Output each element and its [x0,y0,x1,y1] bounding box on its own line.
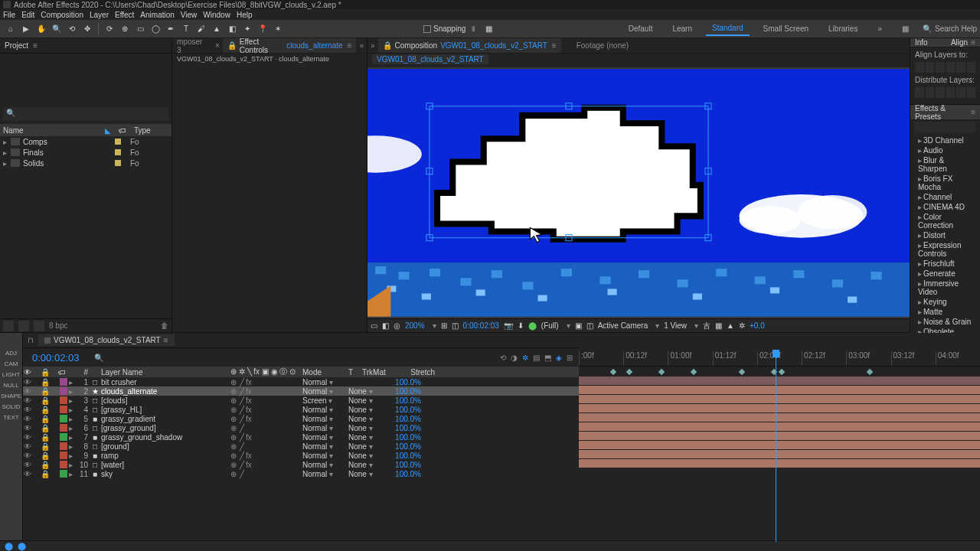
layer-row[interactable]: 👁🔒▸3□[clouds]⊕╱fxScreen ▾None ▾100.0% [23,396,579,405]
effect-category[interactable]: ▸Frischluft [910,259,980,269]
orbit-tool-icon[interactable]: ⟲ [65,22,79,36]
align-bottom-icon[interactable] [967,62,976,73]
project-tab[interactable]: Project [5,41,28,50]
effect-category[interactable]: ▸Generate [910,269,980,279]
workspace-more-icon[interactable]: » [871,22,888,35]
vf-icon13[interactable]: ✲ [739,321,745,330]
workspace-grid-icon[interactable]: ▦ [896,22,915,35]
project-row[interactable]: ▸SolidsFo [0,158,172,168]
effect-category[interactable]: ▸3D Channel [910,135,980,145]
menu-layer[interactable]: Layer [90,11,109,19]
effect-category[interactable]: ▸Boris FX Mocha [910,174,980,192]
workspace-standard[interactable]: Standard [706,21,750,36]
pen-tool-icon[interactable]: ✒ [164,22,178,36]
rail-text[interactable]: TEXT [3,414,18,421]
col-collapse-icon[interactable]: ◣ [105,126,111,135]
camera-tool-icon[interactable]: ✥ [80,22,94,36]
zoom-level[interactable]: 200% [405,321,425,330]
tl-ctrl3-icon[interactable]: ✲ [522,354,528,362]
roto-tool-icon[interactable]: ✦ [240,22,254,36]
col-trkmat[interactable]: TrkMat [362,368,400,377]
col-layer-name[interactable]: Layer Name [100,368,226,377]
align-left-icon[interactable] [915,62,924,73]
effect-category[interactable]: ▸Audio [910,145,980,155]
timeline-tracks-area[interactable]: :00f00:12f01:00f01:12f02:00f02:12f03:00f… [579,333,980,551]
layer-row[interactable]: 👁🔒▸5■grassy_gradient⊕╱fxNormal ▾None ▾10… [23,414,579,423]
ep-menu-icon[interactable]: ≡ [971,108,975,116]
tl-ctrl7-icon[interactable]: ⊞ [567,354,573,362]
project-row[interactable]: ▸FinalsFo [0,147,172,158]
menu-effect[interactable]: Effect [115,11,134,19]
effect-category[interactable]: ▸Color Correction [910,212,980,230]
tl-ctrl5-icon[interactable]: ⬒ [544,354,551,362]
col-label-icon[interactable]: 🏷 [58,368,69,377]
align-top-icon[interactable] [946,62,956,73]
effect-category[interactable]: ▸Distort [910,230,980,240]
layer-row[interactable]: 👁🔒▸8□[ground]⊕╱Normal ▾None ▾100.0% [23,442,579,451]
ec-tab-menu-icon[interactable]: ≡ [348,41,352,50]
layer-row[interactable]: 👁🔒▸4□[grassy_HL]⊕╱fxNormal ▾None ▾100.0% [23,405,579,414]
menu-help[interactable]: Help [237,11,253,19]
sb-icon2[interactable]: ⬤ [18,542,26,550]
vf-icon5[interactable]: ◫ [452,321,459,330]
comp-tab[interactable]: 🔒 Composition VGW01_08_clouds_v2_START ≡ [378,38,561,53]
ellipse-tool-icon[interactable]: ◯ [149,22,162,36]
col-num[interactable]: # [77,368,90,377]
search-help[interactable]: 🔍 Search Help [923,24,977,33]
layer-row[interactable]: 👁🔒▸1□bit crusher⊕╱fxNormal ▾ 100.0% [23,377,579,386]
timeline-ruler[interactable]: :00f00:12f01:00f01:12f02:00f02:12f03:00f… [579,333,980,367]
vf-icon7[interactable]: ⬤ [528,321,537,330]
workspace-default[interactable]: Default [622,22,659,35]
effect-category[interactable]: ▸Immersive Video [910,279,980,297]
brush-tool-icon[interactable]: 🖌 [194,22,208,36]
col-label-icon[interactable]: 🏷 [111,126,134,135]
workspace-libraries[interactable]: Libraries [822,22,864,35]
timeline-tracks[interactable] [579,367,980,551]
selection-tool-icon[interactable]: ▶ [19,22,33,36]
tl-ctrl4-icon[interactable]: ▤ [533,354,540,362]
comp-tab-menu-icon[interactable]: ≡ [552,41,557,50]
menu-edit[interactable]: Edit [21,11,34,19]
layer-row[interactable]: 👁🔒▸7■grassy_ground_shadow⊕╱fxNormal ▾Non… [23,432,579,442]
anchor-tool-icon[interactable]: ⊕ [118,22,132,36]
rail-solid[interactable]: SOLID [2,403,20,410]
snap-opt1-icon[interactable]: ⫴ [466,22,480,36]
col-visibility-icon[interactable]: 👁 [23,368,32,377]
col-switches[interactable]: ⊕ ✲ ╲ fx ▣ ◉ ⓪ ⊙ [226,367,302,377]
dist-4-icon[interactable] [946,87,956,98]
menu-file[interactable]: File [3,11,15,19]
ec-lock-icon[interactable]: 🔒 [227,41,237,50]
star-tool-icon[interactable]: ✶ [271,22,285,36]
align-hcenter-icon[interactable] [926,62,935,73]
type-tool-icon[interactable]: T [179,22,193,36]
tl-tab-marker-icon[interactable]: ⊓ [28,336,34,344]
layer-row[interactable]: 👁🔒▸11■sky⊕╱Normal ▾None ▾100.0% [23,469,579,478]
bpc-icon[interactable]: 8 bpc [49,321,67,330]
tl-ctrl1-icon[interactable]: ⟲ [500,354,506,362]
snapping-checkbox[interactable] [423,25,431,33]
tl-ctrl6-icon[interactable]: ◈ [556,354,562,362]
dist-2-icon[interactable] [926,87,935,98]
vf-icon11[interactable]: ▦ [715,321,722,330]
active-camera[interactable]: Active Camera [598,321,648,330]
dist-5-icon[interactable] [956,87,965,98]
effect-category[interactable]: ▸Matte [910,307,980,317]
effect-category[interactable]: ▸Noise & Grain [910,317,980,327]
rotate-tool-icon[interactable]: ⟳ [103,22,116,36]
info-tab[interactable]: Info [915,38,928,47]
project-tab-menu-icon[interactable]: ≡ [33,41,38,50]
layer-row[interactable]: 👁🔒▸10□[water]⊕╱fxNormal ▾None ▾100.0% [23,460,579,469]
effect-category[interactable]: ▸Keying [910,297,980,307]
eraser-tool-icon[interactable]: ◧ [225,22,239,36]
effect-category[interactable]: ▸Channel [910,192,980,202]
ec-more-icon[interactable]: » [356,41,367,50]
layer-row[interactable]: 👁🔒▸6□[grassy_ground]⊕╱Normal ▾None ▾100.… [23,423,579,432]
effect-category[interactable]: ▸CINEMA 4D [910,202,980,212]
align-menu-icon[interactable]: ≡ [971,38,975,47]
rail-null[interactable]: NULL [3,382,18,389]
vf-icon6[interactable]: ⬇ [518,321,524,330]
menu-composition[interactable]: Composition [41,11,83,19]
vf-icon2[interactable]: ◧ [382,321,389,330]
stamp-tool-icon[interactable]: ▲ [210,22,224,36]
tl-search-icon[interactable]: 🔍 [94,354,103,362]
